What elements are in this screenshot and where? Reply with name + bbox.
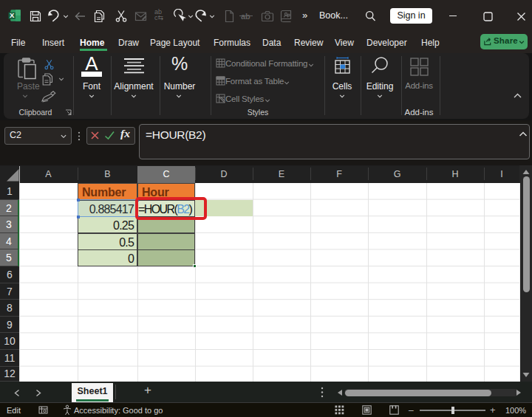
svg-text:X: X xyxy=(10,11,15,19)
